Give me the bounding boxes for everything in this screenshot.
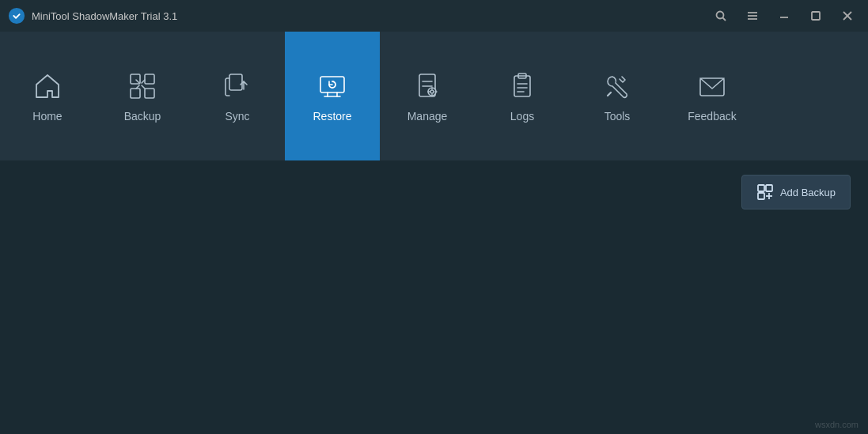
svg-rect-24 [514,76,530,96]
nav-item-logs[interactable]: Logs [475,32,570,160]
search-button[interactable] [708,3,733,28]
svg-rect-14 [229,74,242,90]
nav-label-backup: Backup [124,110,161,123]
menu-button[interactable] [740,3,765,28]
add-backup-icon [756,183,774,201]
svg-rect-13 [145,89,154,98]
svg-point-1 [717,12,724,19]
home-icon [32,70,63,102]
add-backup-label: Add Backup [780,187,836,198]
svg-rect-11 [145,74,154,84]
app-logo [8,7,25,25]
restore-icon [316,70,348,102]
nav-label-restore: Restore [313,110,351,123]
window-title: MiniTool ShadowMaker Trial 3.1 [32,10,708,22]
nav-label-manage: Manage [407,110,448,123]
svg-rect-33 [758,193,764,199]
svg-line-29 [608,92,611,96]
nav-item-home[interactable]: Home [0,32,95,160]
add-backup-button[interactable]: Add Backup [741,175,851,209]
nav-label-feedback: Feedback [688,110,736,123]
minimize-button[interactable] [771,3,797,28]
logs-icon [506,70,538,102]
title-bar: MiniTool ShadowMaker Trial 3.1 [0,0,868,32]
svg-rect-7 [812,12,820,20]
nav-label-logs: Logs [510,110,534,123]
nav-label-tools: Tools [605,110,631,123]
window-controls [708,3,860,28]
svg-point-0 [9,9,24,23]
nav-item-feedback[interactable]: Feedback [665,32,760,160]
nav-item-restore[interactable]: Restore [285,32,380,160]
tools-icon [601,70,633,102]
close-button[interactable] [835,3,860,28]
svg-line-2 [723,18,726,21]
main-content: Add Backup wsxdn.com [0,160,868,434]
nav-label-home: Home [32,110,62,123]
nav-item-sync[interactable]: Sync [190,32,285,160]
nav-item-backup[interactable]: Backup [95,32,190,160]
maximize-button[interactable] [803,3,828,28]
manage-icon [411,70,443,102]
nav-label-sync: Sync [225,110,249,123]
nav-item-manage[interactable]: Manage [380,32,475,160]
svg-rect-31 [758,185,764,191]
feedback-icon [696,70,728,102]
svg-rect-32 [766,185,772,191]
watermark: wsxdn.com [815,420,859,429]
nav-item-tools[interactable]: Tools [570,32,665,160]
nav-bar: Home Backup Sync [0,32,868,160]
svg-rect-12 [131,89,140,98]
backup-icon [127,70,158,102]
sync-icon [222,70,253,102]
